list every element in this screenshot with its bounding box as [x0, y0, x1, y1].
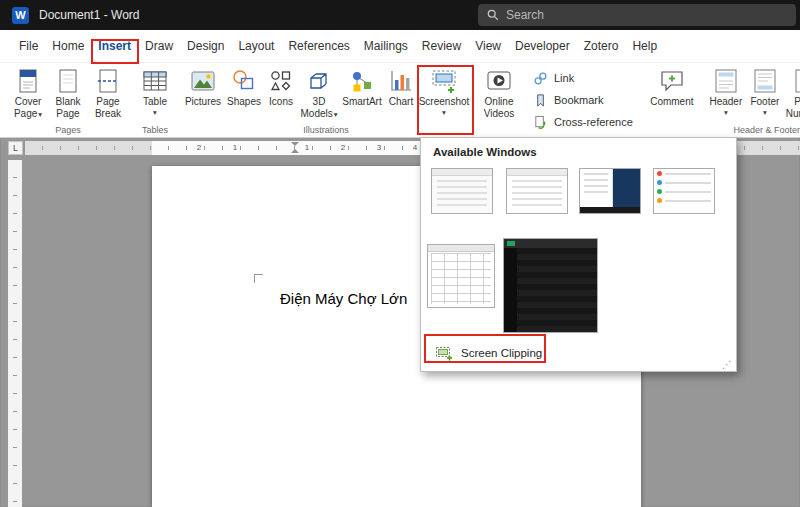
available-windows-header: Available Windows: [433, 146, 537, 158]
tab-draw[interactable]: Draw: [138, 32, 180, 60]
chart-button[interactable]: Chart: [384, 63, 418, 123]
blank-page-label: Blank Page: [48, 96, 88, 120]
hanging-indent-handle[interactable]: [291, 149, 299, 153]
online-videos-label: Online Videos: [476, 96, 522, 120]
thumb-decor: [512, 180, 562, 210]
tab-layout[interactable]: Layout: [231, 32, 281, 60]
thumb-decor: [613, 169, 640, 207]
icons-button[interactable]: Icons: [264, 63, 298, 123]
blank-page-button[interactable]: Blank Page: [48, 63, 88, 123]
chevron-down-icon: ▾: [334, 110, 338, 119]
tab-references[interactable]: References: [281, 32, 356, 60]
link-icon: [533, 71, 548, 86]
screenshot-button[interactable]: Screenshot ▾: [418, 63, 470, 123]
available-window-thumbnail-4[interactable]: [653, 168, 715, 214]
screenshot-dropdown: Available Windows: [420, 137, 737, 372]
ruler-number: 1: [233, 143, 237, 152]
group-label-tables: Tables: [134, 125, 176, 135]
page-break-label: Page Break: [88, 96, 128, 120]
blank-page-icon: [56, 67, 80, 95]
tab-mailings[interactable]: Mailings: [357, 32, 415, 60]
thumb-decor: [654, 169, 714, 178]
group-label-illustrations: Illustrations: [182, 125, 470, 135]
tab-view[interactable]: View: [468, 32, 508, 60]
available-window-thumbnail-2[interactable]: [506, 168, 568, 214]
thumb-decor: [504, 239, 597, 248]
screenshot-label: Screenshot: [419, 96, 470, 108]
thumb-decor: [654, 187, 714, 196]
screen-clipping-item[interactable]: Screen Clipping: [429, 340, 548, 366]
cross-reference-label: Cross-reference: [554, 116, 633, 128]
chart-label: Chart: [389, 96, 413, 108]
tab-zotero[interactable]: Zotero: [577, 32, 626, 60]
page-number-icon: #: [793, 67, 800, 95]
thumb-decor: [504, 248, 517, 332]
search-box[interactable]: [478, 4, 796, 26]
word-logo-icon: W: [12, 7, 29, 24]
smartart-button[interactable]: SmartArt: [340, 63, 384, 123]
document-text[interactable]: Điện Máy Chợ Lớn: [280, 290, 407, 307]
3d-models-button[interactable]: 3D Models▾: [298, 63, 340, 123]
group-header-footer: Header ▾ Footer ▾ # Page Number▾ Header …: [706, 63, 800, 137]
first-line-indent-handle[interactable]: [291, 142, 299, 146]
indent-marker[interactable]: [291, 142, 300, 154]
group-media: Online Videos: [476, 63, 522, 137]
search-input[interactable]: [506, 8, 746, 22]
3d-models-label: 3D Models: [300, 96, 332, 119]
link-button[interactable]: Link: [528, 68, 638, 88]
bookmark-button[interactable]: Bookmark: [528, 90, 638, 110]
tab-help[interactable]: Help: [625, 32, 664, 60]
thumb-decor: [507, 169, 567, 176]
comment-button[interactable]: Comment: [644, 63, 700, 123]
tab-design[interactable]: Design: [180, 32, 231, 60]
header-label: Header: [709, 96, 742, 108]
group-tables: Table ▾ Tables: [134, 63, 176, 137]
table-button[interactable]: Table ▾: [134, 63, 176, 123]
pictures-label: Pictures: [185, 96, 221, 108]
cross-reference-icon: [533, 115, 548, 130]
chevron-down-icon: ▾: [442, 108, 446, 117]
tab-review[interactable]: Review: [415, 32, 468, 60]
footer-button[interactable]: Footer ▾: [746, 63, 784, 123]
shapes-icon: [231, 67, 257, 95]
pictures-button[interactable]: Pictures: [182, 63, 224, 123]
screen-clipping-icon: [435, 345, 453, 361]
thumb-decor: [437, 180, 487, 206]
tab-file[interactable]: File: [12, 32, 45, 60]
group-label-pages: Pages: [8, 125, 128, 135]
comment-label: Comment: [650, 96, 693, 108]
page-number-button[interactable]: # Page Number▾: [784, 63, 800, 123]
footer-label: Footer: [750, 96, 779, 108]
icons-icon: [268, 67, 294, 95]
group-pages: Cover Page▾ Blank Page Page Break Pages: [8, 63, 128, 137]
thumb-decor: [432, 169, 492, 176]
tab-home[interactable]: Home: [45, 32, 91, 60]
thumb-decor: [428, 245, 494, 252]
thumb-decor: [580, 169, 613, 207]
cover-page-button[interactable]: Cover Page▾: [8, 63, 48, 123]
comment-icon: [659, 67, 685, 95]
available-window-thumbnail-3[interactable]: [579, 168, 641, 214]
ruler-number: 3: [377, 143, 381, 152]
footer-icon: [752, 67, 778, 95]
resize-handle-icon[interactable]: ⋰: [722, 359, 732, 370]
tab-developer[interactable]: Developer: [508, 32, 577, 60]
page-break-button[interactable]: Page Break: [88, 63, 128, 123]
chevron-down-icon: ▾: [153, 108, 157, 117]
ruler-number: 2: [197, 143, 201, 152]
vertical-ruler[interactable]: [8, 160, 22, 507]
table-icon: [142, 67, 168, 95]
tab-insert[interactable]: Insert: [91, 32, 138, 60]
tab-stop-selector[interactable]: L: [8, 141, 23, 155]
online-videos-button[interactable]: Online Videos: [476, 63, 522, 123]
available-window-thumbnail-5[interactable]: [427, 244, 495, 308]
available-window-thumbnail-1[interactable]: [431, 168, 493, 214]
group-label-header-footer: Header & Footer: [706, 125, 800, 135]
ribbon-tab-row: File Home Insert Draw Design Layout Refe…: [0, 30, 800, 62]
shapes-button[interactable]: Shapes: [224, 63, 264, 123]
page-number-label: Page Number: [786, 96, 800, 119]
header-button[interactable]: Header ▾: [706, 63, 746, 123]
available-window-thumbnail-6[interactable]: [503, 238, 598, 333]
window-title: Document1 - Word: [39, 8, 139, 22]
cross-reference-button[interactable]: Cross-reference: [528, 112, 638, 132]
